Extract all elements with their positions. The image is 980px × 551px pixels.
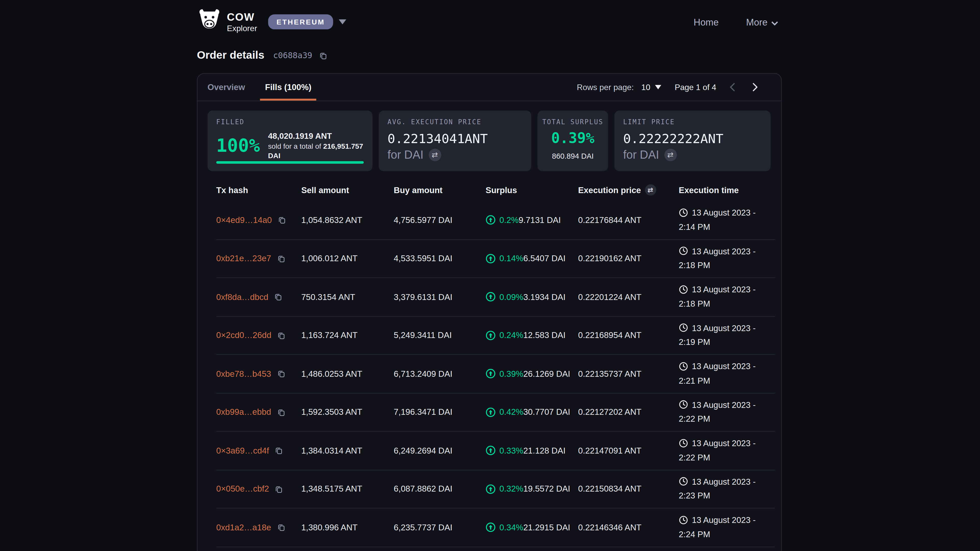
execution-price-cell: 0.22135737 ANT	[578, 369, 679, 379]
sell-amount-cell: 1,380.996 ANT	[301, 523, 393, 532]
copy-icon[interactable]	[277, 331, 286, 340]
col-buy-amount: Buy amount	[394, 185, 486, 195]
buy-amount-cell: 4,533.5951 DAI	[394, 254, 486, 263]
surplus-percent: 0.34%	[500, 523, 523, 532]
copy-icon[interactable]	[318, 51, 327, 60]
tx-hash-link[interactable]: 0×3a69…cd4f	[216, 446, 269, 455]
chevron-down-icon	[771, 17, 778, 27]
surplus-amount: 30.7707 DAI	[523, 407, 570, 417]
execution-time-cell: 13 August 2023 - 2:14 PM	[679, 207, 775, 233]
surplus-amount: 21.2915 DAI	[523, 523, 570, 532]
copy-icon[interactable]	[277, 408, 285, 416]
rows-per-page-select[interactable]: 10	[641, 83, 661, 92]
prev-page-button[interactable]	[728, 82, 738, 93]
sell-amount-cell: 750.3154 ANT	[301, 292, 393, 302]
execution-price-cell: 0.22168954 ANT	[578, 330, 679, 340]
swap-icon[interactable]: ⇄	[664, 149, 676, 161]
execution-time-text: 13 August 2023 - 2:14 PM	[679, 208, 756, 232]
tx-hash-link[interactable]: 0×2cd0…26dd	[216, 330, 271, 340]
copy-icon[interactable]	[277, 216, 286, 224]
copy-icon[interactable]	[277, 254, 285, 263]
surplus-up-icon	[486, 446, 496, 456]
copy-icon[interactable]	[277, 523, 285, 532]
surplus-amount: 26.1269 DAI	[523, 369, 570, 379]
clock-icon	[679, 208, 688, 221]
stats-cards: FILLED 100% 48,020.1919 ANT sold for a t…	[207, 110, 771, 171]
surplus-cell: 0.32%19.5572 DAI	[486, 484, 578, 494]
buy-amount-cell: 6,249.2694 DAI	[394, 446, 486, 455]
execution-time-cell: 13 August 2023 - 2:24 PM	[679, 514, 775, 541]
sort-swap-icon[interactable]: ⇄	[645, 184, 656, 195]
clock-icon	[679, 438, 688, 451]
nav-item-more[interactable]: More	[746, 17, 778, 27]
next-page-button[interactable]	[749, 82, 760, 93]
sell-amount-cell: 1,486.0253 ANT	[301, 369, 393, 379]
surplus-amount: 6.5407 DAI	[523, 254, 565, 263]
filled-sold-total: sold for a total of 216,951.757 DAI	[268, 141, 364, 161]
col-execution-time: Execution time	[679, 185, 775, 195]
brand-wordmark: COW Explorer	[227, 11, 257, 32]
cow-explorer-logo[interactable]: COW Explorer	[197, 8, 257, 36]
col-surplus: Surplus	[486, 185, 578, 195]
execution-time-text: 13 August 2023 - 2:18 PM	[679, 285, 756, 308]
tx-hash-link[interactable]: 0xd1a2…a18e	[216, 523, 271, 532]
total-surplus-card: TOTAL SURPLUS 0.39% 860.894 DAI	[538, 110, 608, 171]
table-header: Tx hash Sell amount Buy amount Surplus E…	[216, 179, 775, 201]
filled-card: FILLED 100% 48,020.1919 ANT sold for a t…	[207, 110, 372, 171]
col-tx-hash: Tx hash	[216, 185, 301, 195]
main-nav: Home More	[694, 17, 782, 27]
nav-item-home[interactable]: Home	[694, 17, 719, 27]
execution-time-text: 13 August 2023 - 2:18 PM	[679, 246, 756, 270]
copy-icon[interactable]	[275, 446, 283, 455]
tab-fills[interactable]: Fills (100%)	[260, 74, 317, 100]
sell-amount-cell: 1,592.3503 ANT	[301, 407, 393, 417]
network-badge[interactable]: ETHEREUM	[269, 14, 333, 29]
col-sell-amount: Sell amount	[301, 185, 393, 195]
execution-time-text: 13 August 2023 - 2:19 PM	[679, 323, 756, 347]
col-execution-price[interactable]: Execution price ⇄	[578, 184, 679, 195]
table-row: 0xb21e…23e7 1,006.012 ANT 4,533.5951 DAI…	[216, 240, 775, 278]
order-id: c0688a39	[273, 51, 312, 60]
execution-time-cell: 13 August 2023 - 2:19 PM	[679, 322, 775, 348]
swap-icon[interactable]: ⇄	[428, 149, 441, 161]
tx-hash-link[interactable]: 0xbe78…b453	[216, 369, 271, 379]
clock-icon	[679, 400, 688, 413]
copy-icon[interactable]	[274, 292, 283, 301]
surplus-up-icon	[486, 254, 496, 264]
execution-price-cell: 0.22201224 ANT	[578, 292, 679, 302]
chevron-down-icon	[339, 19, 346, 24]
surplus-percent: 0.42%	[500, 407, 523, 417]
execution-price-cell: 0.22146346 ANT	[578, 523, 679, 532]
page-status: Page 1 of 4	[675, 83, 716, 92]
tx-hash-link[interactable]: 0xf8da…dbcd	[216, 292, 268, 302]
sell-amount-cell: 1,348.5175 ANT	[301, 484, 393, 494]
tx-hash-link[interactable]: 0xb21e…23e7	[216, 254, 271, 263]
execution-price-cell: 0.22150834 ANT	[578, 484, 679, 494]
copy-icon[interactable]	[277, 369, 285, 378]
surplus-up-icon	[486, 369, 496, 379]
surplus-cell: 0.33%21.128 DAI	[486, 446, 578, 456]
execution-time-text: 13 August 2023 - 2:22 PM	[679, 400, 756, 424]
table-row: 0xb99a…ebbd 1,592.3503 ANT 7,196.3471 DA…	[216, 393, 775, 432]
clock-icon	[679, 323, 688, 336]
surplus-up-icon	[486, 215, 496, 225]
table-row: 0×4ed9…14a0 1,054.8632 ANT 4,756.5977 DA…	[216, 201, 775, 240]
execution-price-cell: 0.22127202 ANT	[578, 407, 679, 417]
table-row: 0×2cd0…26dd 1,163.724 ANT 5,249.3411 DAI…	[216, 316, 775, 355]
rows-per-page-label: Rows per page:	[577, 83, 634, 92]
surplus-cell: 0.2%9.7131 DAI	[486, 215, 578, 225]
page-title-row: Order details c0688a39	[197, 49, 327, 62]
tx-hash-link[interactable]: 0×4ed9…14a0	[216, 215, 272, 225]
total-surplus-percent: 0.39%	[541, 130, 605, 146]
tab-overview[interactable]: Overview	[207, 74, 245, 100]
network-selector[interactable]: ETHEREUM	[269, 14, 346, 29]
buy-amount-cell: 6,713.2409 DAI	[394, 369, 486, 379]
total-surplus-amount: 860.894 DAI	[541, 152, 605, 160]
surplus-cell: 0.34%21.2915 DAI	[486, 522, 578, 532]
surplus-percent: 0.32%	[500, 484, 523, 494]
tx-hash-link[interactable]: 0xb99a…ebbd	[216, 407, 271, 417]
tx-hash-link[interactable]: 0×050e…cbf2	[216, 484, 269, 494]
avg-price-value: 0.22134041ANT	[387, 131, 522, 146]
copy-icon[interactable]	[275, 485, 283, 493]
surplus-up-icon	[486, 407, 496, 417]
